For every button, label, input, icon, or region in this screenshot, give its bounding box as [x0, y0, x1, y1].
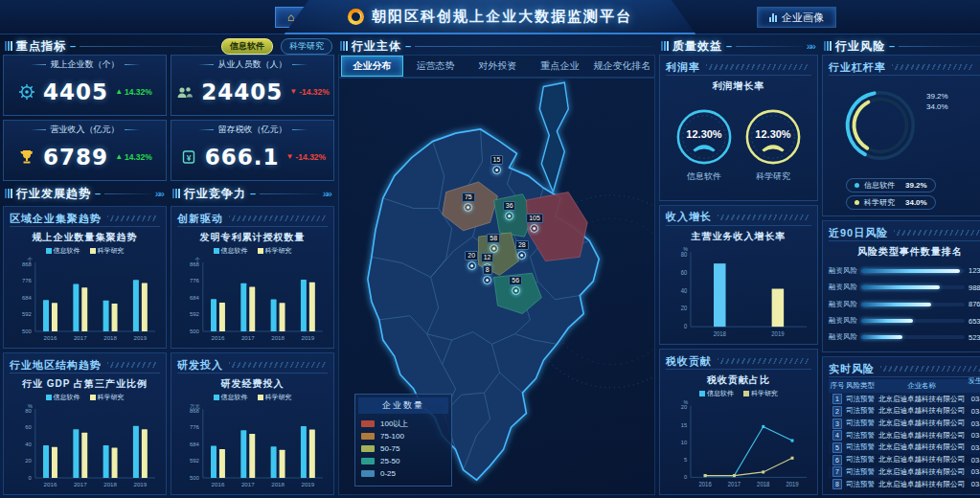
map-pin-icon	[492, 166, 501, 174]
svg-text:592: 592	[22, 311, 33, 317]
chevrons-right-icon[interactable]: »»	[155, 188, 165, 199]
map-marker[interactable]: 56	[509, 276, 522, 295]
map-marker[interactable]: 58	[487, 234, 500, 253]
map-marker[interactable]: 20	[465, 251, 478, 270]
left-sub-columns: 行业发展趋势 – »» 区域企业集聚趋势 规上企业数量集聚趋势 信息软件科学研究…	[3, 185, 334, 495]
tab-1[interactable]: 企业分布	[341, 56, 403, 77]
legend-item-science-research: 科学研究 34.0%	[846, 195, 936, 210]
table-row[interactable]: 1 司法预警 北京启迪卓越科技有限公司 03-16	[829, 393, 980, 405]
legend-swatch-icon	[361, 470, 375, 477]
svg-text:2017: 2017	[241, 334, 255, 341]
legend-swatch-icon	[361, 445, 375, 452]
bar-chart-icon	[769, 12, 777, 22]
trophy-icon	[17, 147, 36, 167]
chart-legend: 信息软件科学研究	[177, 246, 328, 256]
svg-text:592: 592	[190, 311, 200, 317]
table-row[interactable]: 5 司法预警 北京启迪卓越科技有限公司 03-16	[829, 441, 980, 454]
svg-text:2019: 2019	[771, 330, 785, 337]
tax-contribution-chart: 信息软件科学研究%051015202016201720182019	[666, 389, 811, 490]
dev-trend-header: 行业发展趋势 – »»	[3, 185, 167, 202]
competitiveness-column: 行业竞争力 – »» 创新驱动 发明专利累计授权数量 信息软件科学研究个5005…	[171, 185, 334, 495]
table-row[interactable]: 6 司法预警 北京启迪卓越科技有限公司 03-16	[829, 454, 980, 466]
competitiveness-header: 行业竞争力 – »»	[171, 185, 334, 202]
section-title: 近90日风险	[829, 226, 888, 240]
chevrons-right-icon[interactable]: »»	[323, 188, 332, 199]
risk-rank-row: 融资风险 876	[829, 299, 980, 310]
dev-trend-title: 行业发展趋势	[16, 186, 91, 202]
map-marker[interactable]: 36	[503, 201, 516, 220]
patent-chart: 信息软件科学研究个5005926847768682016201720182019	[177, 246, 328, 344]
hatch-decoration	[706, 64, 809, 70]
stat-label: 留存税收（亿元）	[175, 124, 330, 136]
district-map: 15 75 36 105 58 28 20 12 8 56	[338, 78, 655, 495]
marker-value: 20	[465, 251, 478, 260]
stat-value: 24405	[201, 79, 283, 104]
svg-text:500: 500	[190, 328, 200, 334]
gauge-info-software: 12.30% 信息软件	[674, 107, 734, 183]
arrow-up-icon: ▲	[115, 152, 123, 161]
svg-text:684: 684	[190, 441, 200, 447]
risk-panel: 行业风险 – »» 行业杠杆率 i	[822, 37, 980, 495]
stat-card[interactable]: 从业人员数（人） 24405 ▼-14.32%	[171, 55, 334, 116]
table-row[interactable]: 7 司法预警 北京启迪卓越科技有限公司 03-16	[829, 466, 980, 479]
tab-4[interactable]: 重点企业	[530, 57, 590, 76]
panel-bars-icon	[824, 41, 832, 51]
filter-science-research[interactable]: 科学研究	[281, 38, 332, 55]
gauge-value: 12.30%	[674, 107, 734, 167]
chart-title: 利润增长率	[666, 78, 811, 95]
dashboard-root: ⌂ 行业概览 朝阳区科创规上企业大数据监测平台 企业画像 重点指标 – 信息软件…	[0, 0, 980, 498]
stat-value: 666.1	[205, 145, 280, 170]
map-legend: 企业数量 100以上75-10050-7525-500-25	[354, 394, 452, 487]
svg-text:2017: 2017	[241, 481, 255, 487]
leverage-donut: 39.2% 34.0% 信息软件 39.2% 科学研究	[829, 78, 980, 212]
table-row[interactable]: 8 司法预警 北京启迪卓越科技有限公司 03-16	[829, 478, 980, 490]
key-metrics-header: 重点指标 – 信息软件 科学研究	[3, 37, 334, 55]
table-row[interactable]: 2 司法预警 北京启迪卓越科技有限公司 03-16	[829, 405, 980, 418]
rd-investment-card: 研发投入 研发经费投入 信息软件科学研究万元500592684776868201…	[171, 352, 334, 495]
svg-text:2019: 2019	[302, 481, 315, 487]
table-row[interactable]: 3 司法预警 北京启迪卓越科技有限公司 03-16	[829, 418, 980, 430]
key-metric-cards: 规上企业数（个） 4405 ▲14.32% 从业人员数（人） 24405 ▼-1…	[3, 55, 334, 181]
map-marker[interactable]: 8	[483, 265, 492, 284]
svg-text:60: 60	[25, 424, 32, 430]
filter-info-software[interactable]: 信息软件	[221, 38, 273, 55]
stat-delta: ▲14.32%	[115, 152, 152, 162]
gauge-value: 12.30%	[743, 107, 803, 167]
map-pin-icon	[464, 203, 472, 212]
legend-swatch-icon	[361, 433, 375, 440]
map-legend-row: 25-50	[361, 455, 445, 467]
chart-title: 发明专利累计授权数量	[177, 229, 328, 246]
legend-dot-icon	[855, 183, 859, 188]
svg-text:40: 40	[25, 441, 32, 447]
map-marker[interactable]: 28	[515, 240, 529, 260]
nav-enterprise-portrait[interactable]: 企业画像	[757, 7, 836, 28]
table-row[interactable]: 4 司法预警 北京启迪卓越科技有限公司 03-16	[829, 429, 980, 441]
panel-bars-icon	[661, 41, 669, 51]
recent-risk-card: 近90日风险 风险类型事件数量排名 融资风险 1234融资风险 988融资风险 …	[822, 220, 980, 352]
map-marker[interactable]: 15	[490, 155, 504, 174]
hatch-decoration	[107, 215, 158, 221]
platform-logo-icon	[348, 9, 364, 25]
arrow-up-icon: ▲	[115, 87, 123, 96]
tab-5[interactable]: 规企变化排名	[592, 57, 652, 76]
map-marker[interactable]: 75	[462, 192, 475, 212]
svg-text:20: 20	[681, 404, 688, 410]
people-icon	[175, 82, 194, 102]
map-legend-row: 50-75	[361, 442, 445, 455]
chart-legend: 信息软件科学研究	[666, 389, 811, 398]
svg-text:2017: 2017	[74, 334, 87, 341]
stat-card[interactable]: 营业收入（亿元） 6789 ▲14.32%	[3, 120, 167, 181]
left-column: 重点指标 – 信息软件 科学研究 规上企业数（个） 4405 ▲14.32% 从…	[3, 37, 334, 495]
svg-text:5: 5	[684, 457, 688, 463]
map-legend-row: 75-100	[361, 430, 445, 442]
chevrons-right-icon[interactable]: »»	[807, 40, 816, 52]
map-marker[interactable]: 105	[526, 214, 543, 233]
gdp-ratio-chart: 信息软件科学研究%0204060802016201720182019	[10, 393, 160, 490]
industry-main-panel: 行业主体 – 企业分布运营态势对外投资重点企业规企变化排名	[338, 37, 655, 495]
stat-card[interactable]: 留存税收（亿元） ¥ 666.1 ▼-14.32%	[171, 120, 334, 181]
svg-text:60: 60	[681, 268, 688, 275]
stat-card[interactable]: 规上企业数（个） 4405 ▲14.32%	[3, 55, 167, 116]
tab-3[interactable]: 对外投资	[467, 57, 528, 76]
svg-text:2016: 2016	[212, 334, 225, 341]
tab-2[interactable]: 运营态势	[405, 57, 466, 76]
